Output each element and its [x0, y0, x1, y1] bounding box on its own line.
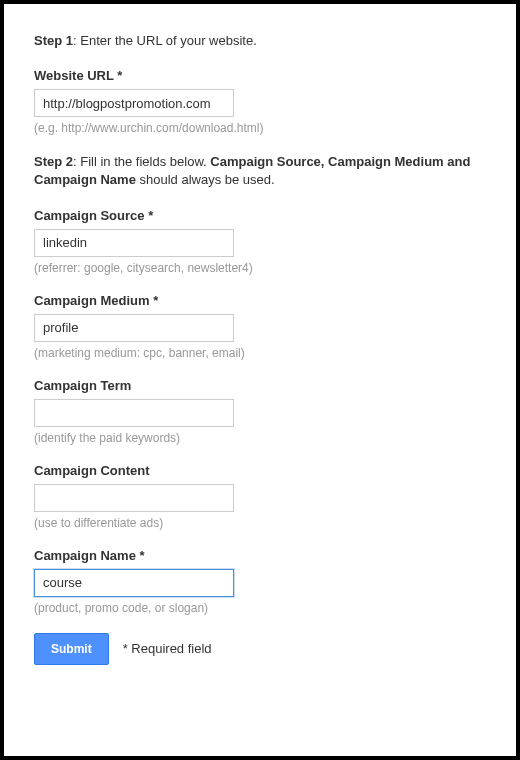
campaign-content-label: Campaign Content	[34, 463, 486, 478]
submit-row: Submit * Required field	[34, 633, 486, 665]
step2-before: : Fill in the fields below.	[73, 154, 210, 169]
step1-text: Step 1: Enter the URL of your website.	[34, 32, 486, 50]
campaign-term-hint: (identify the paid keywords)	[34, 431, 486, 445]
campaign-medium-label: Campaign Medium *	[34, 293, 486, 308]
campaign-medium-group: Campaign Medium * (marketing medium: cpc…	[34, 293, 486, 360]
campaign-name-hint: (product, promo code, or slogan)	[34, 601, 486, 615]
campaign-medium-input[interactable]	[34, 314, 234, 342]
step2-after: should always be used.	[136, 172, 275, 187]
campaign-content-group: Campaign Content (use to differentiate a…	[34, 463, 486, 530]
required-note: * Required field	[123, 641, 212, 656]
step1-desc: : Enter the URL of your website.	[73, 33, 257, 48]
campaign-name-label: Campaign Name *	[34, 548, 486, 563]
campaign-medium-hint: (marketing medium: cpc, banner, email)	[34, 346, 486, 360]
campaign-source-label: Campaign Source *	[34, 208, 486, 223]
website-url-label: Website URL *	[34, 68, 486, 83]
campaign-term-input[interactable]	[34, 399, 234, 427]
campaign-term-label: Campaign Term	[34, 378, 486, 393]
campaign-name-group: Campaign Name * (product, promo code, or…	[34, 548, 486, 615]
step2-label: Step 2	[34, 154, 73, 169]
campaign-source-input[interactable]	[34, 229, 234, 257]
website-url-input[interactable]	[34, 89, 234, 117]
campaign-content-input[interactable]	[34, 484, 234, 512]
campaign-content-hint: (use to differentiate ads)	[34, 516, 486, 530]
website-url-hint: (e.g. http://www.urchin.com/download.htm…	[34, 121, 486, 135]
campaign-name-input[interactable]	[34, 569, 234, 597]
website-url-group: Website URL * (e.g. http://www.urchin.co…	[34, 68, 486, 135]
campaign-source-group: Campaign Source * (referrer: google, cit…	[34, 208, 486, 275]
submit-button[interactable]: Submit	[34, 633, 109, 665]
form-frame: Step 1: Enter the URL of your website. W…	[0, 0, 520, 760]
step2-text: Step 2: Fill in the fields below. Campai…	[34, 153, 486, 189]
campaign-term-group: Campaign Term (identify the paid keyword…	[34, 378, 486, 445]
campaign-source-hint: (referrer: google, citysearch, newslette…	[34, 261, 486, 275]
step1-label: Step 1	[34, 33, 73, 48]
